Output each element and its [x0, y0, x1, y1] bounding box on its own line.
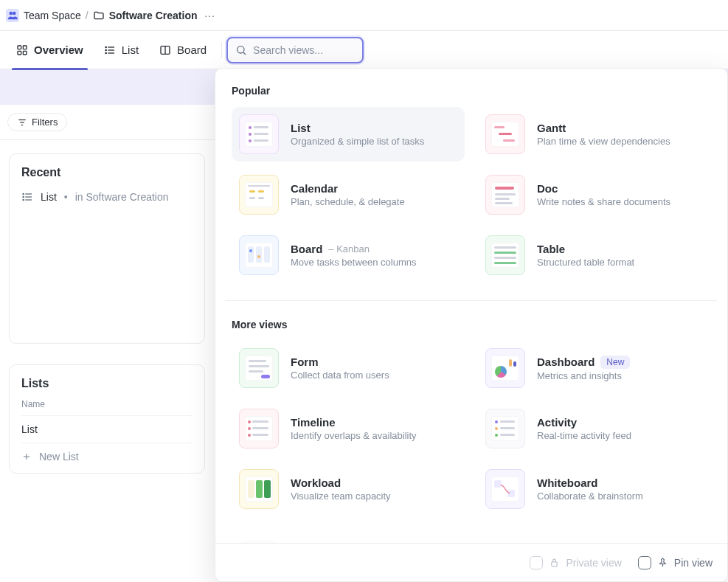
list-row[interactable]: List: [21, 415, 193, 443]
view-option-board[interactable]: Board – Kanban Move tasks between column…: [232, 228, 465, 283]
section-more-views: More views: [232, 319, 711, 330]
view-option-workload[interactable]: Workload Visualize team capacity: [232, 462, 465, 516]
board-option-icon: [239, 235, 279, 275]
option-desc: Organized & simple list of tasks: [291, 136, 457, 147]
lock-icon: [549, 557, 560, 568]
recent-card: Recent List • in Software Creation: [9, 153, 205, 344]
new-badge: New: [600, 356, 630, 369]
view-option-gantt[interactable]: Gantt Plan time & view dependencies: [478, 107, 711, 162]
list-row-name: List: [21, 423, 38, 435]
private-view-toggle[interactable]: Private view: [530, 556, 621, 569]
option-desc: Write notes & share documents: [537, 196, 704, 207]
pin-view-toggle[interactable]: Pin view: [638, 556, 713, 569]
option-title: Table: [537, 243, 565, 255]
option-title: Form: [291, 356, 319, 368]
tab-divider: [221, 42, 222, 58]
option-desc: Identify overlaps & availability: [291, 430, 457, 441]
dashboard-option-icon: [485, 348, 525, 388]
search-views-input[interactable]: [253, 44, 355, 56]
option-desc: Plan, schedule, & delegate: [291, 196, 457, 207]
popular-grid: List Organized & simple list of tasks Ga…: [232, 107, 711, 283]
svg-rect-27: [552, 562, 558, 567]
svg-point-11: [105, 52, 106, 53]
option-title: Doc: [537, 182, 558, 195]
recent-item[interactable]: List • in Software Creation: [21, 188, 193, 206]
svg-rect-4: [18, 51, 21, 55]
option-desc: Plan time & view dependencies: [537, 136, 704, 147]
breadcrumb-more-button[interactable]: ···: [202, 7, 218, 24]
view-option-whiteboard[interactable]: Whiteboard Collaborate & brainstorm: [478, 462, 711, 516]
svg-point-10: [105, 49, 106, 50]
workload-option-icon: [239, 469, 279, 509]
tab-list-label: List: [122, 44, 139, 56]
team-space-icon: [6, 9, 19, 22]
option-title: List: [291, 122, 311, 134]
views-dropdown-scroll[interactable]: Popular List Organized & simple list of …: [215, 69, 727, 543]
checkbox-icon: [530, 556, 543, 569]
activity-option-icon: [485, 409, 525, 448]
view-option-peek: [232, 534, 465, 543]
breadcrumb-folder[interactable]: Software Creation: [93, 10, 198, 21]
option-title: Workload: [291, 477, 341, 489]
option-desc: Visualize team capacity: [291, 491, 457, 502]
view-option-form[interactable]: Form Collect data from users: [232, 341, 465, 395]
view-option-dashboard[interactable]: Dashboard New Metrics and insights: [478, 341, 711, 395]
calendar-option-icon: [239, 175, 279, 215]
pin-view-label: Pin view: [674, 557, 713, 569]
breadcrumb-bar: Team Space / Software Creation ···: [0, 0, 728, 31]
pin-icon: [657, 557, 668, 568]
view-option-activity[interactable]: Activity Real-time activity feed: [478, 401, 711, 456]
view-option-doc[interactable]: Doc Write notes & share documents: [478, 167, 711, 222]
option-desc: Real-time activity feed: [537, 430, 704, 441]
option-subtitle: – Kanban: [328, 243, 370, 254]
option-title: Gantt: [537, 122, 566, 134]
svg-point-0: [10, 11, 13, 15]
lists-card: Lists Name List New List: [9, 364, 205, 474]
search-icon: [235, 44, 247, 56]
gantt-option-icon: [485, 114, 525, 154]
views-dropdown: Popular List Organized & simple list of …: [215, 68, 728, 582]
doc-option-icon: [485, 175, 525, 215]
search-views[interactable]: [226, 37, 364, 63]
svg-rect-2: [18, 46, 21, 49]
section-divider: [226, 300, 717, 301]
svg-line-15: [243, 52, 246, 55]
new-list-label: New List: [39, 451, 79, 463]
view-option-timeline[interactable]: Timeline Identify overlaps & availabilit…: [232, 401, 465, 456]
breadcrumb-folder-label: Software Creation: [109, 10, 198, 21]
dropdown-footer: Private view Pin view: [215, 543, 727, 581]
svg-point-14: [238, 46, 244, 52]
view-option-table[interactable]: Table Structured table format: [478, 228, 711, 283]
option-title: Dashboard: [537, 356, 594, 368]
breadcrumb-space[interactable]: Team Space: [24, 10, 81, 21]
tab-overview[interactable]: Overview: [6, 31, 94, 69]
filters-button[interactable]: Filters: [7, 113, 67, 131]
checkbox-icon: [638, 556, 651, 569]
breadcrumb-separator: /: [86, 10, 89, 21]
lists-header-name: Name: [21, 399, 193, 409]
view-option-calendar[interactable]: Calendar Plan, schedule, & delegate: [232, 167, 465, 222]
option-title: Activity: [537, 416, 577, 429]
lists-title: Lists: [21, 377, 193, 390]
whiteboard-option-icon: [485, 469, 525, 509]
filters-label: Filters: [32, 117, 58, 128]
recent-item-location: in Software Creation: [75, 191, 169, 203]
list-option-icon: [239, 114, 279, 154]
svg-rect-5: [23, 51, 27, 55]
svg-point-23: [23, 196, 24, 197]
tab-board[interactable]: Board: [149, 31, 217, 69]
list-icon: [21, 191, 33, 203]
tab-list[interactable]: List: [94, 31, 149, 69]
plus-icon: [21, 451, 32, 462]
grid-icon: [16, 44, 28, 56]
svg-point-9: [105, 46, 106, 47]
option-title: Board: [291, 243, 322, 255]
form-option-icon: [239, 348, 279, 388]
list-icon: [104, 44, 116, 56]
view-option-list[interactable]: List Organized & simple list of tasks: [232, 107, 465, 162]
timeline-option-icon: [239, 409, 279, 448]
svg-point-1: [13, 11, 16, 15]
folder-icon: [93, 10, 105, 21]
filter-icon: [17, 117, 27, 128]
new-list-button[interactable]: New List: [21, 443, 193, 470]
